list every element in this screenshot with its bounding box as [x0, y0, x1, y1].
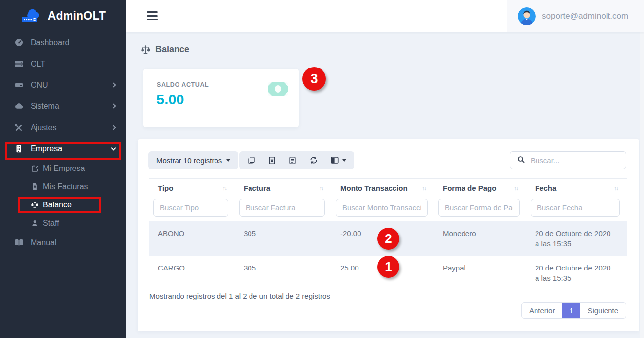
balance-card: SALDO ACTUAL 5.00 [143, 69, 299, 127]
sidebar-item-label: Ajustes [31, 123, 56, 132]
user-menu[interactable]: soporte@adminolt.com [507, 0, 644, 32]
cell-factura: 305 [235, 256, 332, 290]
column-label: Factura [244, 184, 270, 192]
cell-forma: Monedero [434, 221, 527, 256]
sort-icon[interactable]: ↑↓ [222, 185, 226, 192]
sort-icon[interactable]: ↑↓ [319, 185, 323, 192]
filter-fecha-input[interactable] [531, 199, 620, 217]
sidebar-item-sistema[interactable]: Sistema [0, 96, 126, 117]
column-visibility-button[interactable] [330, 156, 346, 165]
sort-icon[interactable]: ↑↓ [422, 185, 426, 192]
user-email: soporte@adminolt.com [542, 11, 628, 21]
submenu-item-mi-empresa[interactable]: Mi Empresa [0, 159, 126, 177]
tools-icon [14, 123, 24, 133]
dashboard-icon [14, 38, 24, 48]
annotation-box-balance [18, 197, 101, 213]
sidebar-item-label: ONU [31, 81, 48, 90]
edit-icon [31, 164, 39, 172]
excel-export-button[interactable] [268, 156, 276, 165]
submenu-item-mis-facturas[interactable]: Mis Facturas [0, 177, 126, 196]
sidebar: AdminOLT Dashboard OLT ONU Sistema [0, 0, 126, 338]
app-logo[interactable]: AdminOLT [0, 0, 126, 32]
menu-toggle-icon[interactable] [147, 11, 158, 23]
file-export-button[interactable] [288, 156, 297, 165]
refresh-button[interactable] [309, 156, 318, 165]
cell-tipo: ABONO [149, 221, 235, 256]
table-search [510, 151, 626, 169]
filter-tipo-input[interactable] [153, 199, 228, 217]
annotation-step-2: 2 [377, 228, 399, 250]
balance-card-label: SALDO ACTUAL [157, 81, 209, 88]
window-scrollbar[interactable] [640, 32, 644, 338]
balance-amount: 5.00 [156, 92, 184, 108]
cell-forma: Paypal [434, 256, 527, 290]
chevron-right-icon [111, 125, 116, 130]
sidebar-item-ajustes[interactable]: Ajustes [0, 117, 126, 138]
chevron-right-icon [111, 83, 116, 88]
table-filter-row [149, 197, 627, 221]
cell-fecha: 20 de Octubre de 2020 a las 15:35 [527, 221, 625, 256]
filter-forma-de-pago-input[interactable] [438, 199, 520, 217]
annotation-step-1: 1 [377, 256, 399, 278]
caret-down-icon [342, 159, 346, 162]
column-label: Forma de Pago [443, 184, 496, 192]
cloud-icon [14, 101, 24, 111]
column-label: Tipo [158, 184, 173, 192]
annotation-step-3: 3 [302, 67, 326, 91]
annotation-box-empresa [5, 142, 121, 160]
page-title: Balance [141, 44, 189, 55]
pagination-page-1[interactable]: 1 [562, 303, 580, 318]
sidebar-item-dashboard[interactable]: Dashboard [0, 32, 126, 53]
pagination-prev-button[interactable]: Anterior [522, 303, 563, 318]
main-content: Balance SALDO ACTUAL 5.00 Mostrar 10 reg… [126, 32, 644, 338]
empresa-submenu: Mi Empresa Mis Facturas Balance Staff [0, 159, 126, 232]
sidebar-item-label: Dashboard [31, 38, 69, 47]
search-icon [517, 155, 525, 166]
sidebar-item-label: Manual [31, 238, 56, 247]
submenu-item-staff[interactable]: Staff [0, 214, 126, 232]
sort-icon[interactable]: ↑↓ [514, 185, 518, 192]
pagination: Anterior 1 Siguiente [521, 302, 626, 319]
user-avatar [518, 7, 536, 25]
table-info: Mostrando registros del 1 al 2 de un tot… [149, 292, 330, 300]
filter-monto-input[interactable] [336, 199, 428, 217]
money-bill-icon [268, 82, 288, 98]
caret-down-icon [226, 159, 230, 162]
column-header-forma-de-pago[interactable]: Forma de Pago ↑↓ [434, 179, 527, 197]
sort-icon[interactable]: ↑↓ [614, 185, 618, 192]
logo-cloud-olt-icon [21, 6, 43, 27]
user-icon [31, 219, 39, 227]
sidebar-item-olt[interactable]: OLT [0, 53, 126, 74]
page-length-label: Mostrar 10 registros [156, 156, 222, 165]
logo-text: AdminOLT [48, 9, 106, 23]
cell-fecha: 20 de Octubre de 2020 a las 15:35 [527, 256, 625, 290]
column-header-tipo[interactable]: Tipo ↑↓ [149, 179, 235, 197]
filter-factura-input[interactable] [239, 199, 325, 217]
invoice-icon [31, 182, 39, 191]
device-icon [14, 80, 24, 90]
search-input[interactable] [531, 156, 619, 165]
cell-factura: 305 [235, 221, 332, 256]
copy-button[interactable] [247, 156, 255, 165]
table-header-row: Tipo ↑↓ Factura ↑↓ Monto Transaccion ↑↓ … [149, 178, 627, 197]
export-buttons [239, 151, 354, 169]
submenu-item-label: Mis Facturas [43, 182, 88, 191]
chevron-right-icon [111, 104, 116, 109]
submenu-item-label: Mi Empresa [43, 164, 85, 173]
balance-scale-icon [141, 44, 151, 55]
book-icon [14, 238, 24, 248]
sidebar-item-manual[interactable]: Manual [0, 232, 126, 253]
server-icon [14, 59, 24, 69]
topbar: soporte@adminolt.com [126, 0, 644, 32]
column-label: Monto Transaccion [340, 184, 408, 192]
column-header-fecha[interactable]: Fecha ↑↓ [527, 179, 627, 197]
column-label: Fecha [535, 184, 556, 192]
page-title-text: Balance [155, 44, 189, 55]
sidebar-item-onu[interactable]: ONU [0, 74, 126, 96]
submenu-item-label: Staff [43, 219, 59, 228]
column-header-factura[interactable]: Factura ↑↓ [235, 179, 332, 197]
pagination-next-button[interactable]: Siguiente [580, 303, 626, 318]
sidebar-item-label: OLT [31, 60, 45, 68]
page-length-dropdown[interactable]: Mostrar 10 registros [148, 151, 238, 169]
column-header-monto[interactable]: Monto Transaccion ↑↓ [332, 179, 434, 197]
